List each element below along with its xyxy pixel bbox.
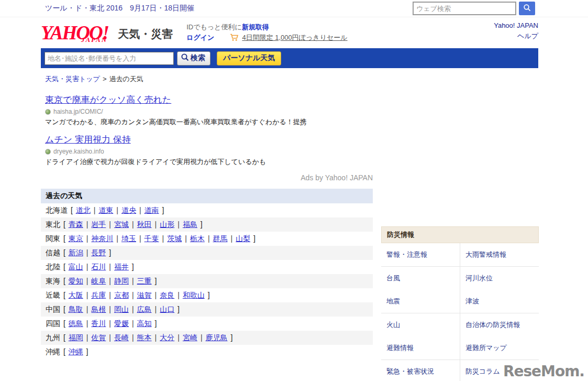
region-name: 関東 (46, 234, 60, 243)
prefecture-link[interactable]: 山梨 (236, 234, 250, 243)
logo-japan-text: JAPAN (81, 36, 107, 44)
place-search-input[interactable] (45, 52, 174, 65)
yahoo-japan-logo[interactable]: YAHOO! JAPAN (41, 24, 116, 42)
prefecture-link[interactable]: 青森 (69, 220, 83, 228)
corporate-link[interactable]: Yahoo! JAPAN (494, 20, 538, 31)
separator: | (109, 333, 111, 342)
ad-title-link[interactable]: ムチン 実用視力 保持 (45, 135, 131, 145)
separator: | (208, 234, 210, 243)
separator: | (86, 234, 88, 243)
prefecture-link[interactable]: 福島 (183, 220, 197, 228)
prefecture-link[interactable]: 山形 (160, 220, 174, 228)
prefecture-link[interactable]: 静岡 (114, 277, 129, 285)
prefecture-link[interactable]: 高知 (137, 319, 152, 328)
prefecture-link[interactable]: 新潟 (69, 248, 83, 257)
prefecture-link[interactable]: 道央 (121, 206, 136, 214)
region-row: 近畿 [ 大阪|兵庫|京都|滋賀|奈良|和歌山 ] (41, 288, 373, 302)
prefecture-link[interactable]: 京都 (114, 291, 129, 299)
prefecture-link[interactable]: 茨城 (167, 234, 182, 243)
weather-search-label: 検索 (191, 53, 205, 63)
prefecture-link[interactable]: 福岡 (69, 333, 83, 342)
id-prompt-text: IDでもっと便利に (186, 23, 242, 31)
region-row: 九州 [ 福岡|佐賀|長崎|熊本|大分|宮崎|鹿児島 ] (41, 331, 373, 345)
disaster-link[interactable]: 大雨警戒情報 (465, 251, 506, 258)
prefecture-link[interactable]: 滋賀 (137, 291, 152, 299)
prefecture-link[interactable]: 群馬 (213, 234, 228, 243)
prefecture-link[interactable]: 岐阜 (91, 277, 106, 285)
prefecture-link[interactable]: 道北 (76, 206, 91, 214)
service-title: 天気・災害 (118, 27, 173, 41)
prefecture-link[interactable]: 熊本 (137, 333, 152, 342)
prefecture-link[interactable]: 岩手 (91, 220, 106, 228)
prefecture-link[interactable]: 徳島 (69, 319, 83, 328)
sale-link[interactable]: 4日間限定 1,000円ぽっきりセール (242, 34, 347, 41)
prefecture-link[interactable]: 石川 (91, 263, 106, 271)
personal-weather-button[interactable]: パーソナル天気 (217, 51, 281, 66)
web-search-button[interactable] (519, 2, 535, 15)
prefecture-link[interactable]: 長野 (91, 248, 106, 257)
prefecture-link[interactable]: 大分 (160, 333, 174, 342)
disaster-link[interactable]: 津波 (465, 297, 479, 305)
prefecture-link[interactable]: 鹿児島 (206, 333, 228, 342)
prefecture-link[interactable]: 和歌山 (183, 291, 205, 299)
prefecture-link[interactable]: 岡山 (114, 305, 129, 313)
login-link[interactable]: ログイン (186, 34, 214, 41)
prefecture-link[interactable]: 宮崎 (183, 333, 197, 342)
prefecture-link[interactable]: 広島 (137, 305, 152, 313)
prefecture-link[interactable]: 富山 (69, 263, 83, 271)
disaster-link[interactable]: 火山 (386, 321, 400, 329)
signup-link[interactable]: 新規取得 (242, 23, 269, 31)
disaster-link[interactable]: 避難情報 (386, 344, 414, 352)
prefecture-link[interactable]: 神奈川 (91, 234, 113, 243)
prefecture-link[interactable]: 島根 (91, 305, 106, 313)
prefecture-link[interactable]: 宮城 (114, 220, 129, 228)
help-link[interactable]: ヘルプ (494, 31, 538, 41)
separator: | (86, 248, 88, 257)
separator: | (177, 220, 180, 228)
disaster-link[interactable]: 緊急・被害状況 (386, 367, 434, 375)
close-bracket: ] (160, 206, 164, 214)
prefecture-link[interactable]: 山口 (160, 305, 174, 313)
ad-description: ドライアイ治療で視力が回復ドライアイで実用視力が低下しているかも (45, 157, 373, 167)
prefecture-link[interactable]: 福井 (114, 263, 129, 271)
ads-section: 東京で廃車がクッソ高く売れた haisha.jp/COMIC/ マンガでわかる、… (45, 94, 373, 182)
disaster-link[interactable]: 地震 (386, 297, 400, 305)
web-search-input[interactable] (413, 2, 516, 15)
separator: | (155, 305, 157, 313)
disaster-link[interactable]: 警報・注意報 (386, 251, 427, 258)
prefecture-link[interactable]: 愛知 (69, 277, 83, 285)
prefecture-link[interactable]: 奈良 (160, 291, 174, 299)
watermark-ruby: リセマム (560, 362, 578, 378)
region-row: 東海 [ 愛知|岐阜|静岡|三重 ] (41, 274, 373, 288)
prefecture-link[interactable]: 香川 (91, 319, 106, 328)
disaster-link[interactable]: 河川水位 (465, 274, 493, 282)
prefecture-link[interactable]: 三重 (137, 277, 152, 285)
prefecture-link[interactable]: 道東 (98, 206, 113, 214)
promo-link[interactable]: ツール・ド・東北 2016 9月17日・18日開催 (45, 4, 194, 13)
prefecture-link[interactable]: 長崎 (114, 333, 129, 342)
prefecture-link[interactable]: 千葉 (145, 234, 159, 243)
prefecture-link[interactable]: 鳥取 (69, 305, 83, 313)
open-bracket: [ (61, 234, 68, 243)
prefecture-link[interactable]: 秋田 (137, 220, 152, 228)
prefecture-link[interactable]: 愛媛 (114, 319, 129, 328)
ad-title-link[interactable]: 東京で廃車がクッソ高く売れた (45, 95, 171, 105)
region-name: 沖縄 (46, 347, 60, 356)
prefecture-link[interactable]: 沖縄 (69, 347, 83, 356)
disaster-link[interactable]: 台風 (386, 274, 400, 282)
prefecture-link[interactable]: 兵庫 (91, 291, 106, 299)
disaster-link[interactable]: 避難所マップ (465, 344, 507, 352)
breadcrumb-home-link[interactable]: 天気・災害トップ (45, 75, 100, 83)
separator: | (94, 206, 96, 214)
prefecture-link[interactable]: 道南 (145, 206, 159, 214)
region-row: 中国 [ 鳥取|島根|岡山|広島|山口 ] (41, 302, 373, 317)
prefecture-link[interactable]: 埼玉 (121, 234, 136, 243)
weather-search-button[interactable]: 検索 (177, 51, 210, 66)
disaster-link[interactable]: 防災コラム (465, 367, 500, 375)
disaster-link[interactable]: 自治体の防災情報 (465, 321, 520, 329)
prefecture-link[interactable]: 大阪 (69, 291, 83, 299)
prefecture-link[interactable]: 東京 (69, 234, 83, 243)
prefecture-link[interactable]: 栃木 (190, 234, 205, 243)
prefecture-link[interactable]: 佐賀 (91, 333, 106, 342)
disaster-row: 警報・注意報大雨警戒情報 (381, 243, 539, 267)
